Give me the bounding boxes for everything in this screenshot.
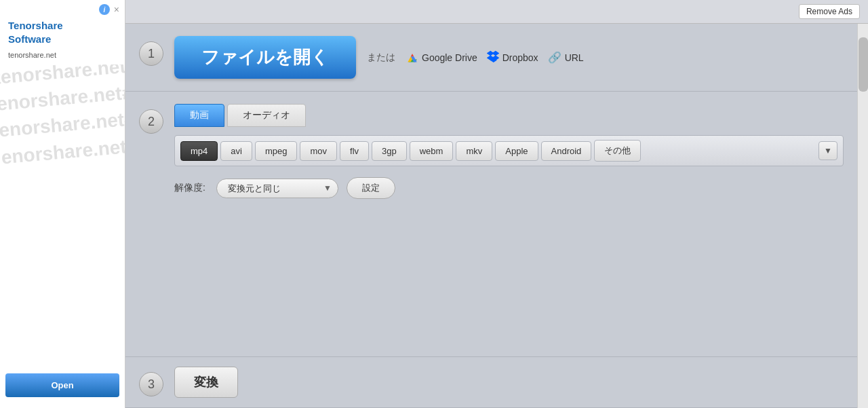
sidebar-top-bar: i × xyxy=(0,0,125,16)
open-file-button[interactable]: ファイルを開く xyxy=(174,36,356,79)
brand-link[interactable]: Tenorshare Software xyxy=(8,19,117,45)
sidebar-watermark: tenorshare.net#tenorshare.net#tenorshare… xyxy=(0,64,125,408)
url-icon: 🔗 xyxy=(548,51,561,64)
format-tab-other[interactable]: その他 xyxy=(594,140,641,162)
google-drive-icon xyxy=(406,52,418,64)
step3-number: 3 xyxy=(139,372,163,396)
remove-ads-button[interactable]: Remove Ads xyxy=(799,4,860,19)
close-icon[interactable]: × xyxy=(114,5,119,14)
sidebar: i × Tenorshare Software tenorshare.net t… xyxy=(0,0,125,408)
sidebar-open-button[interactable]: Open xyxy=(5,373,119,397)
resolution-row: 解像度: 変換元と同じ 1920x1080 1280x720 854x480 6… xyxy=(174,174,844,202)
resolution-label: 解像度: xyxy=(174,182,208,194)
step1-number: 1 xyxy=(139,41,163,66)
format-tab-webm[interactable]: webm xyxy=(410,141,454,161)
or-label: または xyxy=(367,52,395,64)
format-tab-avi[interactable]: avi xyxy=(220,141,252,161)
scrollbar-thumb[interactable] xyxy=(859,37,868,92)
resolution-select-wrapper: 変換元と同じ 1920x1080 1280x720 854x480 640x36… xyxy=(216,179,338,198)
sidebar-watermark-text: tenorshare.net#tenorshare.net#tenorshare… xyxy=(0,64,125,170)
sidebar-domain: tenorshare.net xyxy=(0,51,125,64)
format-tab-mp4[interactable]: mp4 xyxy=(180,141,218,161)
format-tab-3gp[interactable]: 3gp xyxy=(372,141,407,161)
step1-section: 1 ファイルを開く または xyxy=(125,24,857,92)
format-tabs-wrapper: mp4 avi mpeg mov flv 3gp webm mkv Apple … xyxy=(174,135,844,166)
step1-content: ファイルを開く または xyxy=(174,36,584,79)
top-bar: Remove Ads xyxy=(125,0,868,24)
step2-section: 2 動画 オーディオ mp4 avi mpeg mov flv 3gp xyxy=(125,92,857,357)
url-label: URL xyxy=(565,52,584,63)
step2-number: 2 xyxy=(139,109,163,134)
format-tab-mov[interactable]: mov xyxy=(300,141,337,161)
cloud-links: Google Drive xyxy=(406,50,584,64)
main-tabs: 動画 オーディオ xyxy=(174,104,844,127)
svg-marker-1 xyxy=(492,52,498,56)
google-drive-link[interactable]: Google Drive xyxy=(406,52,477,64)
format-tab-flv[interactable]: flv xyxy=(340,141,369,161)
main-area: Remove Ads 1 ファイルを開く または xyxy=(125,0,868,408)
format-tab-mpeg[interactable]: mpeg xyxy=(255,141,298,161)
google-drive-label: Google Drive xyxy=(422,52,477,63)
resolution-select[interactable]: 変換元と同じ 1920x1080 1280x720 854x480 640x36… xyxy=(216,179,338,198)
format-tab-android[interactable]: Android xyxy=(541,141,592,161)
format-tab-apple[interactable]: Apple xyxy=(495,141,538,161)
step3-section: 3 変換 xyxy=(125,357,857,408)
format-more-button[interactable]: ▼ xyxy=(818,141,837,160)
format-tab-mkv[interactable]: mkv xyxy=(456,141,492,161)
tab-video[interactable]: 動画 xyxy=(174,104,224,127)
scrollbar[interactable] xyxy=(857,24,868,408)
settings-button[interactable]: 設定 xyxy=(347,177,395,199)
dropbox-link[interactable]: Dropbox xyxy=(487,50,538,64)
info-icon[interactable]: i xyxy=(99,4,110,15)
content-wrapper: 1 ファイルを開く または xyxy=(125,24,868,408)
steps-container: 1 ファイルを開く または xyxy=(125,24,857,408)
sidebar-brand[interactable]: Tenorshare Software xyxy=(0,16,125,51)
tab-audio[interactable]: オーディオ xyxy=(227,104,306,127)
step2-content: 動画 オーディオ mp4 avi mpeg mov flv 3gp webm m… xyxy=(174,104,844,202)
dropbox-label: Dropbox xyxy=(502,52,538,63)
url-link[interactable]: 🔗 URL xyxy=(548,51,584,64)
dropbox-icon xyxy=(487,50,499,64)
convert-button[interactable]: 変換 xyxy=(174,367,238,398)
